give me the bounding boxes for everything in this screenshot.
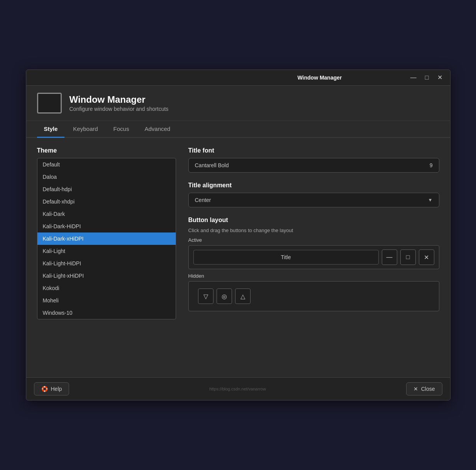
tab-focus[interactable]: Focus [107, 121, 136, 138]
theme-item-moheli[interactable]: Moheli [37, 294, 176, 307]
title-bar-title-placeholder[interactable]: Title [193, 250, 379, 265]
title-bar-text: Window Manager [231, 75, 408, 81]
theme-item-default-hdpi[interactable]: Default-hdpi [37, 183, 176, 195]
theme-item-default-xhdpi[interactable]: Default-xhdpi [37, 195, 176, 208]
button-layout-group: Button layout Click and drag the buttons… [188, 217, 439, 311]
app-subtitle: Configure window behavior and shortcuts [69, 106, 169, 112]
font-picker-button[interactable]: Cantarell Bold 9 [188, 158, 439, 173]
button-layout-label: Button layout [188, 217, 439, 224]
theme-item-kali-dark-xhidpi[interactable]: Kali-Dark-xHiDPI [37, 232, 176, 245]
theme-item-windows-10[interactable]: Windows-10 [37, 307, 176, 319]
theme-item-kali-dark-hidpi[interactable]: Kali-Dark-HiDPI [37, 220, 176, 232]
close-window-button[interactable]: ✕ [435, 74, 445, 81]
window: Window Manager — □ ✕ Window Manager Conf… [26, 70, 451, 400]
help-icon: 🛟 [41, 386, 48, 392]
help-label: Help [51, 386, 62, 392]
minimize-layout-button[interactable]: — [382, 249, 397, 265]
alignment-dropdown[interactable]: Center ▼ [188, 193, 439, 207]
title-font-label: Title font [188, 147, 439, 154]
theme-section-title: Theme [37, 147, 176, 154]
hidden-btn-1[interactable]: ▽ [198, 288, 213, 304]
footer: 🛟 Help https://blog.csdn.net/vanarrow ✕ … [26, 377, 450, 400]
hidden-layout-box: ▽ ◎ △ [188, 281, 439, 311]
maximize-layout-button[interactable]: □ [400, 249, 416, 265]
title-font-group: Title font Cantarell Bold 9 [188, 147, 439, 173]
theme-item-kali-light[interactable]: Kali-Light [37, 245, 176, 257]
app-header: Window Manager Configure window behavior… [26, 86, 450, 121]
tab-style[interactable]: Style [37, 121, 65, 138]
tab-advanced[interactable]: Advanced [137, 121, 177, 138]
theme-item-kokodi[interactable]: Kokodi [37, 282, 176, 294]
active-layout-label: Active [188, 237, 439, 243]
content-area: Theme Default Daloa Default-hdpi Default… [26, 138, 450, 377]
help-button[interactable]: 🛟 Help [34, 382, 69, 395]
theme-item-kali-dark[interactable]: Kali-Dark [37, 208, 176, 220]
font-size: 9 [430, 162, 433, 168]
watermark: https://blog.csdn.net/vanarrow [209, 387, 266, 391]
font-name: Cantarell Bold [195, 162, 229, 168]
tab-keyboard[interactable]: Keyboard [66, 121, 105, 138]
close-layout-button[interactable]: ✕ [419, 249, 434, 265]
dropdown-arrow-icon: ▼ [428, 197, 433, 203]
hidden-layout-row: ▽ ◎ △ [193, 285, 434, 307]
theme-item-kali-light-hidpi[interactable]: Kali-Light-HiDPI [37, 257, 176, 270]
title-bar: Window Manager — □ ✕ [26, 70, 450, 86]
button-layout-hint: Click and drag the buttons to change the… [188, 227, 439, 233]
hidden-btn-3[interactable]: △ [235, 288, 251, 304]
window-controls: — □ ✕ [408, 74, 445, 81]
app-icon [37, 93, 62, 114]
active-layout-row: Title — □ ✕ [193, 249, 434, 265]
close-button[interactable]: ✕ Close [406, 382, 442, 395]
hidden-layout-label: Hidden [188, 273, 439, 279]
tabs-bar: Style Keyboard Focus Advanced [26, 121, 450, 138]
maximize-button[interactable]: □ [423, 74, 431, 81]
hidden-btn-2[interactable]: ◎ [217, 288, 232, 304]
close-label: Close [421, 386, 435, 392]
close-icon: ✕ [413, 386, 418, 392]
theme-item-kali-light-xhidpi[interactable]: Kali-Light-xHiDPI [37, 270, 176, 282]
theme-section: Theme Default Daloa Default-hdpi Default… [37, 147, 176, 368]
app-title: Window Manager [69, 94, 169, 105]
theme-list: Default Daloa Default-hdpi Default-xhdpi… [37, 158, 176, 319]
app-title-block: Window Manager Configure window behavior… [69, 94, 169, 112]
theme-item-daloa[interactable]: Daloa [37, 171, 176, 183]
theme-item-default[interactable]: Default [37, 158, 176, 171]
title-alignment-group: Title alignment Center ▼ [188, 182, 439, 207]
alignment-value: Center [195, 197, 211, 203]
minimize-button[interactable]: — [408, 74, 419, 81]
title-alignment-label: Title alignment [188, 182, 439, 189]
active-layout-box: Title — □ ✕ [188, 245, 439, 269]
settings-section: Title font Cantarell Bold 9 Title alignm… [188, 147, 439, 368]
